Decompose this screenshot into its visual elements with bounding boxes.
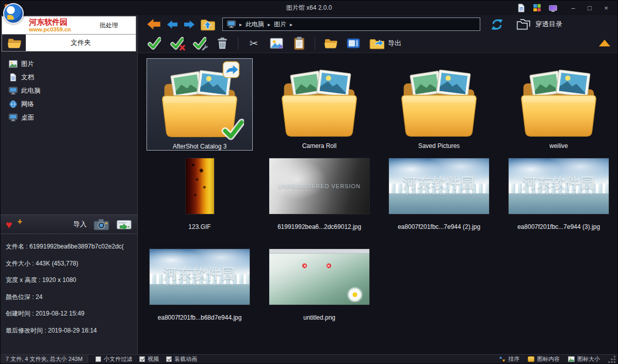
network-icon bbox=[9, 100, 18, 108]
checkbox-box[interactable] bbox=[139, 356, 145, 362]
check-tools-icon[interactable] bbox=[192, 36, 207, 51]
filter-small-files-checkbox[interactable]: 小文件过滤 bbox=[95, 355, 132, 363]
checkbox-box[interactable] bbox=[166, 356, 172, 362]
icon-size-button[interactable]: 图标大小 bbox=[568, 355, 600, 363]
tree-item-label: 图片 bbox=[21, 60, 34, 69]
item-label: untitled.png bbox=[303, 314, 335, 321]
breadcrumb-separator: ▸ bbox=[268, 22, 270, 27]
item-label: 123.GIF bbox=[188, 223, 210, 230]
delete-icon[interactable] bbox=[215, 36, 230, 51]
icon-size-icon bbox=[568, 356, 575, 362]
grid-item-folder-saved-pictures[interactable]: Saved Pictures bbox=[386, 58, 492, 150]
slideshow-icon[interactable] bbox=[346, 36, 361, 51]
cut-icon[interactable]: ✂ bbox=[247, 36, 261, 51]
import-drive-icon[interactable] bbox=[116, 218, 132, 231]
item-label: 61991992bea6...2dc69012.jpg bbox=[278, 223, 361, 230]
nav-right-icon[interactable] bbox=[183, 20, 196, 29]
site-url: www.pc0359.cn bbox=[29, 26, 71, 32]
folders-header: 文件夹 bbox=[2, 35, 136, 52]
folder-icon bbox=[519, 70, 598, 138]
maximize-button[interactable]: □ bbox=[582, 3, 597, 13]
breadcrumb-pictures[interactable]: 图片 bbox=[274, 20, 286, 29]
checkbox-label: 视频 bbox=[148, 355, 159, 363]
tree-item-label: 此电脑 bbox=[21, 87, 41, 95]
library-icon[interactable] bbox=[516, 4, 526, 12]
breadcrumb-separator: ▸ bbox=[290, 22, 292, 27]
grid-item-folder-aftershot[interactable]: AfterShot Catalog 3 bbox=[147, 58, 253, 151]
check-all-icon[interactable] bbox=[147, 36, 161, 51]
sort-button[interactable]: 排序 bbox=[499, 355, 519, 363]
back-icon[interactable] bbox=[146, 18, 161, 30]
item-label: weilive bbox=[549, 142, 568, 150]
import-label: 导入 bbox=[73, 220, 87, 229]
info-separator: : bbox=[24, 243, 29, 250]
grid-item-file-gif[interactable]: 123.GIF bbox=[147, 154, 253, 230]
nav-left-icon[interactable] bbox=[166, 20, 178, 29]
tree-item-network[interactable]: 网络 bbox=[6, 98, 135, 110]
load-animation-checkbox[interactable]: 装载动画 bbox=[166, 355, 197, 363]
add-favorite-icon[interactable]: ♥+ bbox=[6, 219, 24, 230]
file-thumbnail bbox=[186, 158, 214, 214]
tree-item-pictures[interactable]: 图片 bbox=[6, 58, 135, 70]
info-label: 文件名 bbox=[6, 243, 24, 250]
item-label: ea8007f201fbc...7e944 (3).jpg bbox=[517, 223, 600, 230]
info-label: 最后修改时间 bbox=[6, 327, 43, 334]
info-value: 443K (453,778) bbox=[36, 260, 78, 267]
uncheck-icon[interactable] bbox=[170, 36, 184, 51]
folder-thumb bbox=[147, 60, 252, 138]
grid-item-folder-camera-roll[interactable]: Camera Roll bbox=[266, 58, 372, 150]
grid-item-file-jpg-2[interactable]: 河东软件园UNREGISTERED VERSION ea8007f201fbc.… bbox=[386, 154, 492, 230]
file-thumbnail: 河东软件园UNREGISTERED VERSION bbox=[389, 158, 489, 214]
navigation-toolbar: ▸ 此电脑 ▸ 图片 ▸ 穿透目录 bbox=[138, 15, 617, 34]
item-label: ea8007f201fb...b68d7e944.jpg bbox=[158, 314, 242, 321]
grid-item-file-jpg-4[interactable]: 河东软件园UNREGISTERED VERSION ea8007f201fb..… bbox=[147, 245, 253, 321]
info-separator: : bbox=[30, 260, 36, 267]
grid-item-file-untitled-png[interactable]: untitled.png bbox=[266, 245, 372, 321]
breadcrumb-this-pc[interactable]: 此电脑 bbox=[246, 20, 264, 29]
icon-content-button[interactable]: 图标内容 bbox=[528, 355, 560, 363]
folder-thumb bbox=[506, 59, 612, 138]
paste-icon[interactable] bbox=[292, 36, 306, 51]
desktop-icon bbox=[9, 113, 18, 122]
folder-up-icon[interactable] bbox=[200, 18, 215, 31]
grid-item-folder-weilive[interactable]: weilive bbox=[506, 58, 612, 150]
tree-item-desktop[interactable]: 桌面 bbox=[6, 111, 135, 124]
breadcrumb[interactable]: ▸ 此电脑 ▸ 图片 ▸ bbox=[222, 18, 480, 31]
export-label: 导出 bbox=[388, 39, 401, 48]
edit-image-icon[interactable] bbox=[269, 36, 284, 51]
new-folder-icon[interactable] bbox=[323, 36, 338, 51]
minimize-button[interactable]: – bbox=[566, 3, 580, 13]
sort-icon bbox=[499, 356, 506, 362]
import-camera-icon[interactable] bbox=[93, 218, 109, 231]
actions-toolbar: ✂ 导出 bbox=[138, 34, 617, 53]
collapse-toolbar-icon[interactable] bbox=[599, 40, 610, 46]
display-icon[interactable] bbox=[548, 4, 558, 12]
refresh-icon[interactable] bbox=[490, 18, 504, 31]
site-watermark-text: 河东软件园 www.pc0359.cn bbox=[29, 18, 71, 32]
tree-item-documents[interactable]: 文档 bbox=[6, 71, 135, 84]
apps-grid-icon[interactable] bbox=[532, 4, 542, 12]
documents-icon bbox=[9, 73, 18, 81]
close-button[interactable]: × bbox=[599, 3, 613, 13]
grid-item-file-jpg-1[interactable]: UNREGISTERED VERSION 61991992bea6...2dc6… bbox=[266, 154, 372, 230]
folder-icon bbox=[400, 70, 478, 138]
grid-item-file-jpg-3[interactable]: 河东软件园UNREGISTERED VERSION ea8007f201fbc.… bbox=[506, 154, 612, 230]
pierce-directory-button[interactable]: 穿透目录 bbox=[516, 18, 562, 31]
export-folder-icon bbox=[369, 37, 384, 50]
icon-content-icon bbox=[528, 356, 534, 362]
batch-process-label[interactable]: 批处理 bbox=[100, 21, 132, 30]
resize-grip[interactable] bbox=[608, 356, 615, 363]
checkbox-box[interactable] bbox=[95, 356, 101, 362]
video-checkbox[interactable]: 视频 bbox=[139, 355, 159, 363]
info-value: 61991992bea6be3897b7c02e2dc( bbox=[29, 243, 124, 250]
info-label: 文件大小 bbox=[6, 260, 30, 267]
file-thumbnail: UNREGISTERED VERSION bbox=[269, 158, 369, 214]
titlebar: 图片馆 x64 2.0.0 – □ × bbox=[1, 1, 617, 15]
computer-icon bbox=[227, 20, 236, 28]
folder-stack-icon bbox=[516, 18, 531, 31]
export-button[interactable]: 导出 bbox=[369, 36, 401, 51]
info-value: 2019-08-12 15:49 bbox=[36, 310, 85, 317]
toolbar-divider bbox=[238, 37, 238, 49]
file-info-panel: 文件名 : 61991992bea6be3897b7c02e2dc( 文件大小 … bbox=[1, 234, 137, 354]
tree-item-this-pc[interactable]: 此电脑 bbox=[6, 85, 135, 97]
